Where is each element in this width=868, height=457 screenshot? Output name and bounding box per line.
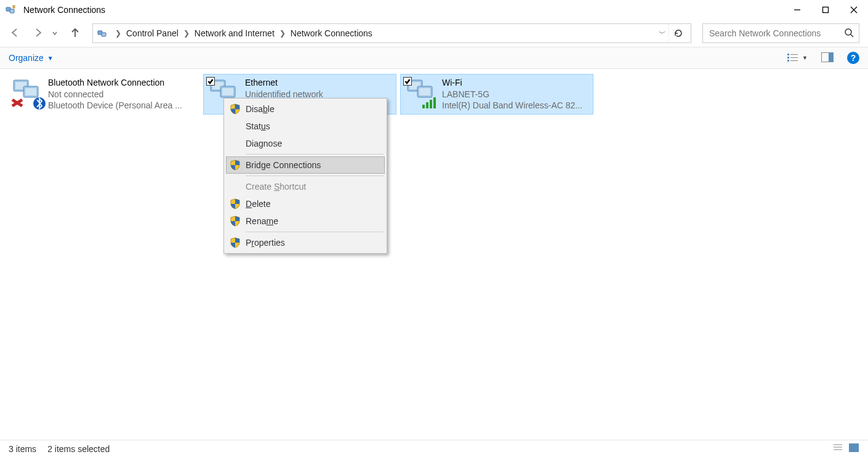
context-menu-item-rename[interactable]: Rename (226, 212, 385, 230)
command-bar: Organize ▼ ▼ ? (0, 47, 868, 69)
navigation-row: ❯ Control Panel ❯ Network and Internet ❯… (0, 20, 868, 47)
svg-rect-14 (787, 60, 789, 62)
uac-shield-icon (230, 216, 241, 227)
svg-rect-13 (787, 57, 789, 59)
connection-item-wifi[interactable]: Wi-Fi LABNET-5G Intel(R) Dual Band Wirel… (400, 74, 593, 115)
connection-device: Intel(R) Dual Band Wireless-AC 82... (442, 100, 582, 111)
large-icons-view-button[interactable] (848, 443, 859, 455)
search-input[interactable] (708, 28, 844, 39)
refresh-button[interactable] (669, 24, 687, 42)
location-icon (97, 27, 109, 39)
svg-rect-1 (10, 9, 14, 13)
selection-checkbox[interactable] (206, 77, 215, 86)
context-menu-item-diagnose[interactable]: Diagnose (226, 135, 385, 152)
nav-up-button[interactable] (69, 26, 81, 41)
svg-rect-39 (433, 97, 436, 108)
uac-shield-icon (230, 198, 241, 209)
details-view-button[interactable] (832, 443, 843, 455)
svg-rect-35 (419, 88, 430, 95)
search-icon[interactable] (844, 28, 854, 39)
svg-rect-23 (25, 88, 36, 95)
connection-name: Wi-Fi (442, 77, 582, 89)
organize-button[interactable]: Organize ▼ (9, 53, 54, 63)
minimize-button[interactable] (783, 0, 811, 20)
chevron-right-icon[interactable]: ❯ (183, 29, 190, 38)
svg-rect-19 (829, 52, 834, 62)
preview-pane-button[interactable] (821, 52, 834, 64)
uac-shield-icon (230, 103, 241, 115)
svg-point-10 (845, 29, 851, 35)
svg-rect-12 (787, 54, 789, 55)
nav-back-button[interactable] (9, 26, 21, 41)
svg-rect-30 (222, 88, 233, 95)
item-count: 3 items (9, 444, 36, 454)
svg-rect-4 (823, 7, 829, 13)
view-mode-button[interactable]: ▼ (787, 53, 808, 63)
context-menu-item-properties[interactable]: Properties (226, 234, 385, 251)
connection-status: Not connected (48, 89, 182, 100)
window-title: Network Connections (23, 5, 105, 15)
uac-shield-icon (230, 160, 241, 171)
address-dropdown-button[interactable]: ﹀ (659, 28, 666, 39)
address-bar[interactable]: ❯ Control Panel ❯ Network and Internet ❯… (92, 23, 691, 43)
app-icon (5, 4, 17, 16)
connection-status: LABNET-5G (442, 89, 582, 100)
title-bar: Network Connections (0, 0, 868, 20)
network-adapter-icon (10, 76, 48, 111)
breadcrumb-item-3[interactable]: Network Connections (291, 28, 372, 38)
connection-name: Bluetooth Network Connection (48, 77, 182, 89)
nav-history-dropdown[interactable] (52, 28, 58, 38)
status-bar: 3 items 2 items selected (0, 440, 868, 457)
chevron-down-icon: ▼ (47, 55, 54, 62)
svg-rect-43 (849, 443, 859, 452)
context-menu-item-delete[interactable]: Delete (226, 195, 385, 212)
svg-rect-36 (422, 105, 425, 108)
nav-forward-button[interactable] (32, 26, 44, 41)
organize-label: Organize (9, 53, 44, 63)
context-menu: Disable Status Diagnose Bridge Connectio… (223, 98, 387, 254)
context-menu-separator (246, 154, 384, 155)
context-menu-item-status[interactable]: Status (226, 118, 385, 135)
uac-shield-icon (230, 237, 241, 248)
context-menu-item-bridge-connections[interactable]: Bridge Connections (226, 156, 385, 174)
chevron-right-icon[interactable]: ❯ (279, 29, 286, 38)
breadcrumb-item-1[interactable]: Control Panel (126, 28, 179, 38)
context-menu-item-create-shortcut: Create Shortcut (226, 178, 385, 195)
svg-rect-2 (13, 6, 15, 8)
svg-rect-37 (426, 102, 428, 108)
selection-checkbox[interactable] (403, 77, 412, 86)
selection-count: 2 items selected (47, 444, 110, 454)
content-area: Bluetooth Network Connection Not connect… (0, 69, 868, 440)
maximize-button[interactable] (811, 0, 840, 20)
connection-device: Bluetooth Device (Personal Area ... (48, 100, 182, 111)
help-button[interactable]: ? (847, 52, 859, 64)
svg-line-11 (851, 34, 853, 37)
context-menu-item-disable[interactable]: Disable (226, 100, 385, 118)
connection-name: Ethernet (245, 77, 323, 89)
context-menu-separator (246, 176, 384, 176)
svg-rect-9 (102, 33, 106, 36)
svg-rect-38 (430, 100, 432, 108)
close-button[interactable] (840, 0, 868, 20)
chevron-right-icon[interactable]: ❯ (115, 29, 121, 38)
search-box[interactable] (702, 23, 859, 43)
chevron-down-icon: ▼ (802, 55, 808, 61)
context-menu-separator (246, 232, 384, 232)
connection-item-bluetooth[interactable]: Bluetooth Network Connection Not connect… (6, 74, 199, 115)
breadcrumb-item-2[interactable]: Network and Internet (195, 28, 275, 38)
